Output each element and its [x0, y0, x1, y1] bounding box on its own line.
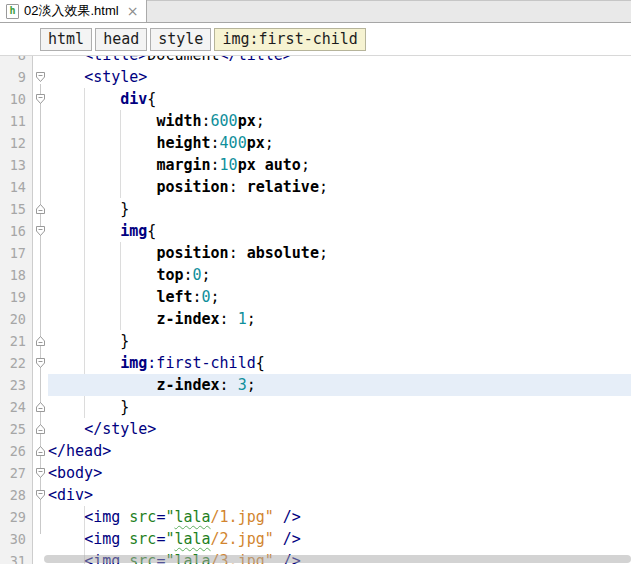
- fold-toggle-icon[interactable]: [33, 220, 48, 242]
- close-icon[interactable]: ×: [127, 4, 139, 18]
- line-number: 17: [0, 242, 33, 264]
- breadcrumb-item-img-first-child[interactable]: img:first-child: [214, 28, 365, 51]
- code-line[interactable]: 17 position: absolute;: [0, 242, 631, 264]
- line-number: 18: [0, 264, 33, 286]
- line-number: 23: [0, 374, 33, 396]
- code-text: <div>: [48, 484, 631, 506]
- code-line[interactable]: 26</head>: [0, 440, 631, 462]
- code-line[interactable]: 30 <img src="lala/2.jpg" />: [0, 528, 631, 550]
- line-number: 19: [0, 286, 33, 308]
- fold-toggle-icon[interactable]: [33, 440, 48, 462]
- ide-window: h 02淡入效果.html × htmlheadstyleimg:first-c…: [0, 0, 631, 564]
- code-line[interactable]: 21 }: [0, 330, 631, 352]
- code-line[interactable]: 23 z-index: 3;: [0, 374, 631, 396]
- line-number: 21: [0, 330, 33, 352]
- fold-column: [33, 374, 48, 396]
- code-text: }: [48, 330, 631, 352]
- html-file-icon: h: [6, 4, 19, 19]
- line-number: 26: [0, 440, 33, 462]
- code-text: }: [48, 396, 631, 418]
- tab-title: 02淡入效果.html: [24, 2, 119, 20]
- code-text: top:0;: [48, 264, 631, 286]
- code-line[interactable]: 8 <title>Document</title>: [0, 56, 631, 66]
- fold-toggle-icon[interactable]: [33, 484, 48, 506]
- code-text: <img src="lala/1.jpg" />: [48, 506, 631, 528]
- fold-toggle-icon[interactable]: [33, 198, 48, 220]
- line-number: 20: [0, 308, 33, 330]
- line-number: 16: [0, 220, 33, 242]
- fold-toggle-icon[interactable]: [33, 418, 48, 440]
- code-line[interactable]: 19 left:0;: [0, 286, 631, 308]
- fold-column: [33, 506, 48, 528]
- code-text: <body>: [48, 462, 631, 484]
- code-text: <title>Document</title>: [48, 56, 631, 66]
- code-text: <img src="lala/2.jpg" />: [48, 528, 631, 550]
- code-line[interactable]: 16 img{: [0, 220, 631, 242]
- fold-column: [33, 286, 48, 308]
- fold-column: [33, 56, 48, 66]
- fold-toggle-icon[interactable]: [33, 66, 48, 88]
- line-number: 8: [0, 56, 33, 66]
- line-number: 25: [0, 418, 33, 440]
- line-number: 29: [0, 506, 33, 528]
- code-line[interactable]: 20 z-index: 1;: [0, 308, 631, 330]
- code-line[interactable]: 9 <style>: [0, 66, 631, 88]
- line-number: 14: [0, 176, 33, 198]
- code-text: z-index: 1;: [48, 308, 631, 330]
- breadcrumb-item-html[interactable]: html: [40, 28, 92, 51]
- code-text: height:400px;: [48, 132, 631, 154]
- code-text: img{: [48, 220, 631, 242]
- horizontal-scrollbar-thumb[interactable]: [44, 555, 631, 563]
- code-text: z-index: 3;: [48, 374, 631, 396]
- code-text: position: absolute;: [48, 242, 631, 264]
- line-number: 11: [0, 110, 33, 132]
- code-editor[interactable]: 8 <title>Document</title>9 <style>10 div…: [0, 56, 631, 564]
- line-number: 12: [0, 132, 33, 154]
- code-text: div{: [48, 88, 631, 110]
- fold-column: [33, 176, 48, 198]
- tab-strip-empty-area: [147, 0, 631, 22]
- line-number: 13: [0, 154, 33, 176]
- code-line[interactable]: 10 div{: [0, 88, 631, 110]
- tab-bar: h 02淡入效果.html ×: [0, 0, 631, 23]
- fold-column: [33, 528, 48, 550]
- fold-toggle-icon[interactable]: [33, 396, 48, 418]
- code-line[interactable]: 22 img:first-child{: [0, 352, 631, 374]
- fold-toggle-icon[interactable]: [33, 352, 48, 374]
- line-number: 24: [0, 396, 33, 418]
- fold-column: [33, 308, 48, 330]
- line-number: 30: [0, 528, 33, 550]
- fold-toggle-icon[interactable]: [33, 462, 48, 484]
- code-text: img:first-child{: [48, 352, 631, 374]
- fold-toggle-icon[interactable]: [33, 88, 48, 110]
- line-number: 10: [0, 88, 33, 110]
- code-line[interactable]: 11 width:600px;: [0, 110, 631, 132]
- code-text: width:600px;: [48, 110, 631, 132]
- fold-toggle-icon[interactable]: [33, 330, 48, 352]
- code-line[interactable]: 25 </style>: [0, 418, 631, 440]
- code-text: </head>: [48, 440, 631, 462]
- fold-column: [33, 110, 48, 132]
- code-text: }: [48, 198, 631, 220]
- fold-column: [33, 242, 48, 264]
- breadcrumb-item-style[interactable]: style: [150, 28, 211, 51]
- code-text: margin:10px auto;: [48, 154, 631, 176]
- code-line[interactable]: 24 }: [0, 396, 631, 418]
- fold-column: [33, 132, 48, 154]
- code-line[interactable]: 18 top:0;: [0, 264, 631, 286]
- line-number: 28: [0, 484, 33, 506]
- fold-column: [33, 264, 48, 286]
- code-text: position: relative;: [48, 176, 631, 198]
- fold-column: [33, 154, 48, 176]
- code-line[interactable]: 27<body>: [0, 462, 631, 484]
- code-line[interactable]: 28<div>: [0, 484, 631, 506]
- line-number: 22: [0, 352, 33, 374]
- code-line[interactable]: 29 <img src="lala/1.jpg" />: [0, 506, 631, 528]
- code-line[interactable]: 14 position: relative;: [0, 176, 631, 198]
- editor-tab[interactable]: h 02淡入效果.html ×: [0, 0, 147, 22]
- code-line[interactable]: 13 margin:10px auto;: [0, 154, 631, 176]
- code-line[interactable]: 12 height:400px;: [0, 132, 631, 154]
- html-file-icon-letter: h: [9, 6, 15, 16]
- code-line[interactable]: 15 }: [0, 198, 631, 220]
- breadcrumb-item-head[interactable]: head: [95, 28, 147, 51]
